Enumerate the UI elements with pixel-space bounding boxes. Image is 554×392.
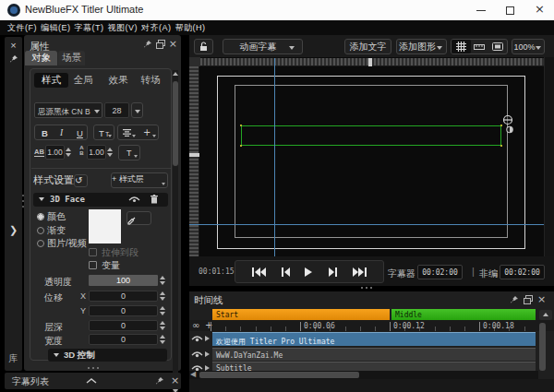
text-case-button[interactable]: T T	[93, 125, 114, 140]
segment-start[interactable]: Start	[212, 309, 390, 320]
menu-help[interactable]: 帮助(H)	[175, 22, 206, 34]
letter-spacing-spinner[interactable]	[66, 147, 72, 158]
timeline-pin-icon[interactable]	[510, 295, 519, 304]
rail-expand-chevron[interactable]: ❯	[5, 224, 22, 236]
title-list-close-icon[interactable]: ×	[171, 375, 179, 386]
panel-scrollbar[interactable]	[173, 70, 178, 392]
timeline-vscroll-thumb[interactable]	[539, 323, 546, 371]
track2-eye-icon[interactable]	[191, 350, 203, 359]
tab-object[interactable]: 对象	[25, 51, 57, 65]
selection-handle-br[interactable]	[500, 145, 502, 147]
add-shape-button[interactable]: 添加图形	[396, 39, 447, 54]
radio-color[interactable]	[37, 213, 44, 220]
track2-expand-arrow[interactable]	[205, 351, 210, 357]
font-size-dropdown[interactable]	[131, 102, 143, 118]
eyedropper-button[interactable]	[126, 211, 151, 225]
radio-image-video[interactable]	[37, 240, 44, 247]
param-opacity-field[interactable]: 100	[89, 275, 158, 286]
template-selector[interactable]: 动画字幕	[223, 39, 303, 54]
tab-scene[interactable]: 场景	[58, 51, 85, 65]
pin-icon[interactable]	[143, 40, 152, 49]
bold-button[interactable]: B	[42, 128, 48, 138]
timeline-close-icon[interactable]: ×	[537, 294, 546, 304]
menu-view[interactable]: 视图(V)	[108, 22, 138, 34]
delete-trash-icon[interactable]	[151, 195, 158, 204]
close-button[interactable]: ×	[527, 0, 553, 20]
radio-gradient[interactable]	[37, 227, 44, 234]
grid-toggle[interactable]	[452, 40, 471, 53]
control-section-bar[interactable]: 3D 控制	[48, 349, 167, 362]
track-bar-2[interactable]: WwW.DaYanZai.Me	[212, 348, 536, 361]
checkbox-stretch[interactable]	[89, 248, 97, 256]
ruler-toggle[interactable]	[471, 40, 489, 53]
track-bar-3[interactable]: Subtitle	[212, 362, 536, 371]
timeline-dock-icon[interactable]	[524, 295, 533, 304]
font-size-field[interactable]: 28	[104, 102, 129, 118]
menu-title[interactable]: 字幕(T)	[75, 22, 104, 34]
color-swatch[interactable]	[89, 209, 121, 244]
param-offset-y-spinner[interactable]	[160, 305, 166, 316]
param-opacity-spinner[interactable]	[160, 275, 166, 286]
expand-up-chevron[interactable]	[86, 378, 97, 384]
timeline-splitter-grip[interactable]	[361, 287, 372, 289]
skip-start-button[interactable]	[252, 267, 266, 277]
align-icon[interactable]	[123, 129, 131, 137]
maximize-button[interactable]	[498, 0, 524, 20]
skip-end-button[interactable]	[353, 267, 367, 277]
style-reset-button[interactable]: ↺	[74, 174, 88, 187]
guide-horizontal[interactable]	[189, 224, 544, 225]
add-text-button[interactable]: 添加文字	[344, 39, 391, 54]
line-spacing-spinner[interactable]	[107, 147, 114, 158]
rail-collapsed-tab[interactable]: 库	[5, 352, 22, 365]
param-offset-y-field[interactable]: 0	[89, 305, 158, 316]
segment-middle[interactable]: Middle	[391, 309, 536, 320]
line-spacing-field[interactable]: 1.00	[87, 145, 106, 160]
zoom-selector[interactable]: 100%	[512, 39, 545, 54]
track1-expand-arrow[interactable]	[205, 336, 210, 341]
selection-handle-tl[interactable]	[240, 125, 242, 126]
dock-icon[interactable]	[156, 40, 165, 49]
hscroll-thumb[interactable]	[199, 372, 359, 378]
panel-close-icon[interactable]: ×	[169, 39, 177, 49]
menu-align[interactable]: 对齐(A)	[141, 22, 172, 34]
tab-style[interactable]: 样式	[34, 73, 68, 88]
tab-global[interactable]: 全局	[69, 73, 97, 88]
titler-timecode-box[interactable]: 00:02:00	[417, 265, 463, 279]
face-section-bar[interactable]: 3D Face	[33, 193, 168, 207]
param-offset-x-spinner[interactable]	[160, 291, 166, 302]
param-depth-spinner[interactable]	[160, 320, 166, 331]
checkbox-variable[interactable]	[89, 261, 97, 269]
add-style-layer-button[interactable]: + 样式层	[111, 172, 168, 188]
lock-button[interactable]	[194, 39, 213, 54]
menu-file[interactable]: 文件(F)	[7, 22, 37, 34]
panel-scroll-thumb[interactable]	[173, 81, 178, 166]
insert-plus-button[interactable]: +	[143, 127, 151, 137]
next-frame-button[interactable]	[329, 267, 337, 277]
infinity-icon[interactable]: ∞	[192, 320, 199, 330]
prev-frame-button[interactable]	[282, 267, 290, 277]
hscroll-left-arrow[interactable]: ◀	[190, 370, 196, 378]
rail-pin-icon[interactable]	[9, 54, 18, 64]
selection-handle-bl[interactable]	[240, 145, 242, 147]
minimize-button[interactable]	[468, 0, 494, 20]
italic-button[interactable]: I	[60, 128, 63, 137]
param-width-field[interactable]: 0	[89, 334, 158, 345]
tab-effects[interactable]: 效果	[104, 73, 132, 88]
param-offset-x-field[interactable]: 0	[89, 291, 158, 302]
scroll-up-arrow[interactable]	[173, 72, 178, 76]
timeline-hscrollbar[interactable]: ◀	[189, 371, 538, 379]
rail-close-icon[interactable]: ×	[5, 40, 22, 51]
font-family-select[interactable]: 思源黑体 CN B	[34, 102, 102, 118]
visibility-eye-icon[interactable]	[128, 196, 140, 204]
title-list-pin-icon[interactable]	[155, 376, 164, 386]
param-width-spinner[interactable]	[160, 334, 166, 345]
selection-box[interactable]	[241, 125, 501, 146]
title-list-bar[interactable]: 字幕列表 ×	[5, 373, 181, 389]
timeline-scroll-up[interactable]	[539, 310, 552, 320]
safe-area-toggle[interactable]	[488, 40, 507, 53]
track-bar-1[interactable]: 欢迎使用 Titler Pro Ultimate	[212, 332, 536, 346]
track1-eye-icon[interactable]	[191, 335, 203, 343]
nle-timecode-box[interactable]: 00:02:00	[500, 265, 545, 279]
title-list-resize-grip[interactable]	[88, 367, 99, 369]
guide-vertical[interactable]	[274, 58, 275, 256]
